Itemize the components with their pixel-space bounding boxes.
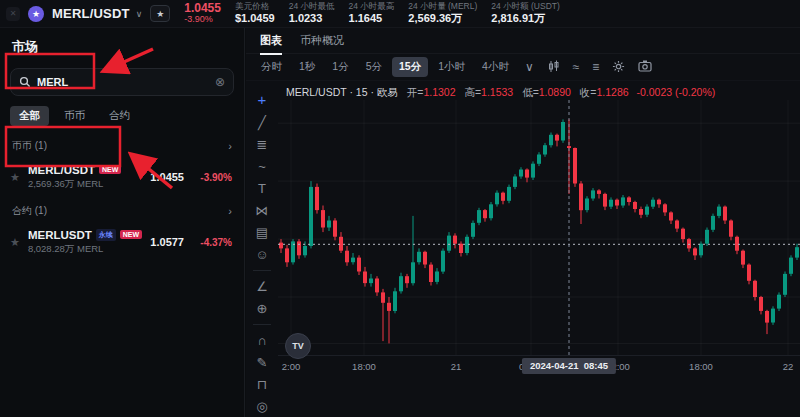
chevron-right-icon: ›	[228, 140, 232, 152]
candlestick-chart[interactable]	[278, 100, 800, 355]
search-box[interactable]: ⊗	[10, 68, 234, 96]
legend-symbol: MERL/USDT · 15 · 欧易	[286, 86, 398, 98]
interval-分时[interactable]: 分时	[254, 57, 289, 77]
stat-usd-price: 美元价格 $1.0459	[235, 2, 275, 24]
star-icon: ★	[156, 9, 164, 19]
sidebar-title: 市场	[0, 28, 244, 60]
tab-coin-overview[interactable]: 币种概况	[300, 33, 344, 48]
perpetual-badge: 永续	[96, 229, 116, 241]
market-filter-tabs: 全部 币币 合约	[0, 102, 244, 132]
magnet-icon[interactable]: ∩	[257, 334, 266, 347]
eye-icon[interactable]: ◎	[256, 400, 267, 413]
time-axis-label: 2:00	[282, 361, 301, 372]
crosshair-icon[interactable]: +	[258, 92, 267, 107]
interval-1秒[interactable]: 1秒	[292, 57, 322, 77]
drawing-toolbar: +╱≣~T⋈▤☺∠⊕∩✎⊓◎	[246, 82, 278, 417]
settings-icon[interactable]	[612, 60, 625, 75]
clear-search-icon[interactable]: ⊗	[215, 75, 225, 89]
pair-dropdown-icon[interactable]: ∨	[136, 9, 143, 19]
search-icon	[19, 76, 31, 88]
candle-type-icon[interactable]	[547, 60, 560, 75]
market-row-contract[interactable]: ★ MERLUSDT 永续 NEW 8,028.28万 MERL 1.0577 …	[0, 222, 244, 262]
legend-change: -0.0023 (-0.20%)	[637, 86, 716, 98]
time-axis-label: 21	[451, 361, 462, 372]
tab-chart[interactable]: 图表	[260, 33, 282, 48]
section-header-spot[interactable]: 币币 (1) ›	[0, 132, 244, 157]
interval-dropdown-icon[interactable]: ∨	[525, 61, 534, 73]
position-tool-icon[interactable]: ▤	[256, 226, 268, 239]
row-star-icon[interactable]: ★	[10, 171, 20, 184]
layout-lines-icon[interactable]: ≡	[592, 61, 599, 73]
brush-icon[interactable]: ~	[258, 160, 266, 173]
camera-icon[interactable]	[638, 60, 652, 74]
row-volume: 8,028.28万 MERL	[28, 243, 142, 256]
zoom-in-icon[interactable]: ⊕	[257, 302, 268, 315]
market-sidebar: 市场 ⊗ 全部 币币 合约 币币 (1) › ★ MERL/USDT NEW	[0, 28, 245, 417]
trendline-icon[interactable]: ╱	[258, 116, 266, 129]
new-badge: NEW	[120, 230, 142, 239]
xabcd-pattern-icon[interactable]: ⋈	[256, 204, 269, 217]
section-header-contract[interactable]: 合约 (1) ›	[0, 197, 244, 222]
tab-spot[interactable]: 币币	[55, 106, 94, 126]
row-volume: 2,569.36万 MERL	[28, 178, 121, 191]
market-row-spot[interactable]: ★ MERL/USDT NEW 2,569.36万 MERL 1.0455 -3…	[0, 157, 244, 197]
ohlc-legend: MERL/USDT · 15 · 欧易 开=1.1302 高=1.1533 低=…	[286, 86, 715, 100]
toolbar-divider	[253, 270, 271, 271]
app-logo-icon: ✕	[6, 7, 20, 21]
ruler-icon[interactable]: ∠	[256, 280, 268, 293]
new-badge: NEW	[99, 165, 121, 174]
row-price: 1.0455	[150, 171, 184, 183]
tab-all[interactable]: 全部	[10, 106, 49, 126]
chart-tabs: 图表 币种概况	[246, 28, 800, 54]
legend-low: 1.0890	[539, 86, 571, 98]
fib-retracement-icon[interactable]: ≣	[257, 138, 268, 151]
chart-body: +╱≣~T⋈▤☺∠⊕∩✎⊓◎ MERL/USDT · 15 · 欧易 开=1.1…	[246, 82, 800, 417]
text-tool-icon[interactable]: T	[258, 182, 266, 195]
interval-15分[interactable]: 15分	[392, 57, 428, 77]
time-axis-label: 18:00	[352, 361, 376, 372]
chart-plot[interactable]: MERL/USDT · 15 · 欧易 开=1.1302 高=1.1533 低=…	[278, 82, 800, 417]
toolbar-icon-group: ∨≈≡	[525, 60, 652, 75]
time-axis-label: 18:00	[689, 361, 713, 372]
row-change: -3.90%	[184, 172, 232, 183]
stat-24h-high: 24 小时最高 1.1645	[349, 2, 395, 24]
lock-icon[interactable]: ⊓	[257, 378, 267, 391]
search-input[interactable]	[37, 76, 209, 88]
ticker-bar: ✕ ★ MERL/USDT ∨ ★ 1.0455 -3.90% 美元价格 $1.…	[0, 0, 800, 28]
time-axis-label: 22	[783, 361, 794, 372]
indicators-icon[interactable]: ≈	[573, 61, 580, 73]
crosshair-date-tooltip: 2024-04-21 08:45	[522, 358, 616, 374]
draw-mode-icon[interactable]: ✎	[257, 356, 268, 369]
chart-toolbar: 分时1秒1分5分15分1小时4小时 ∨≈≡	[246, 54, 800, 81]
last-price-block: 1.0455 -3.90%	[184, 2, 221, 24]
legend-close: 1.1286	[596, 86, 628, 98]
tradingview-logo[interactable]: TV	[285, 333, 311, 359]
interval-5分[interactable]: 5分	[359, 57, 389, 77]
emoji-icon[interactable]: ☺	[255, 248, 268, 261]
interval-1分[interactable]: 1分	[325, 57, 355, 77]
row-price: 1.0577	[150, 236, 184, 248]
stat-24h-turnover: 24 小时额 (USDT) 2,816.91万	[491, 2, 559, 24]
legend-open: 1.1302	[423, 86, 455, 98]
time-axis[interactable]: 2024-04-21 08:45 2:0018:002106:0012:0018…	[278, 355, 800, 375]
row-star-icon[interactable]: ★	[10, 236, 20, 249]
price-change: -3.90%	[184, 15, 221, 24]
coin-logo-icon: ★	[28, 6, 44, 22]
row-pair-name: MERL/USDT	[28, 164, 95, 176]
interval-4小时[interactable]: 4小时	[475, 57, 516, 77]
trading-app: ✕ ★ MERL/USDT ∨ ★ 1.0455 -3.90% 美元价格 $1.…	[0, 0, 800, 417]
pair-name[interactable]: MERL/USDT	[52, 6, 130, 21]
row-change: -4.37%	[184, 237, 232, 248]
interval-1小时[interactable]: 1小时	[431, 57, 472, 77]
interval-group: 分时1秒1分5分15分1小时4小时	[254, 57, 516, 77]
favorite-button[interactable]: ★	[150, 5, 170, 22]
chart-pane: 图表 币种概况 分时1秒1分5分15分1小时4小时 ∨≈≡ +╱≣~T⋈▤☺∠⊕…	[246, 28, 800, 417]
toolbar-divider	[253, 324, 271, 325]
tab-contract[interactable]: 合约	[100, 106, 139, 126]
chevron-right-icon: ›	[228, 205, 232, 217]
stat-24h-low: 24 小时最低 1.0233	[289, 2, 335, 24]
legend-high: 1.1533	[481, 86, 513, 98]
row-pair-name: MERLUSDT	[28, 229, 92, 241]
stat-24h-volume: 24 小时量 (MERL) 2,569.36万	[408, 2, 477, 24]
